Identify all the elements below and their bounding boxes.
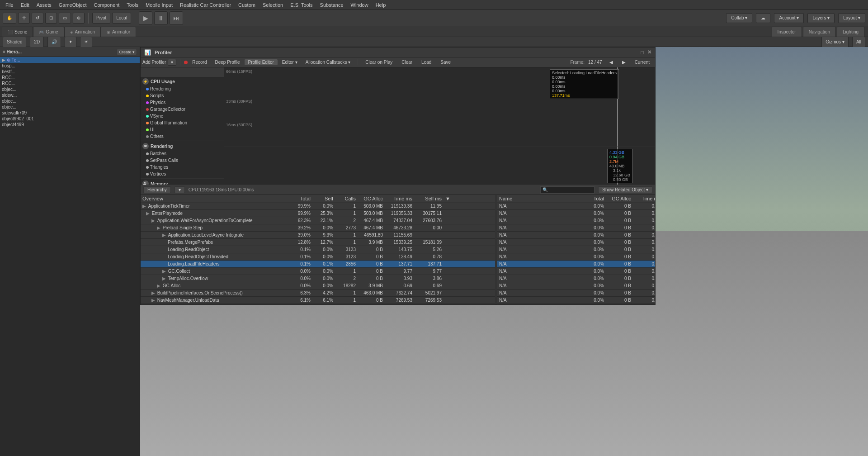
table-row[interactable]: Prefabs.MergePrefabs 12.8% 12.7% 1 3.9 M… (141, 239, 495, 246)
section-scripts[interactable]: Scripts (141, 92, 224, 99)
menu-assets[interactable]: Assets (33, 1, 55, 9)
right-table-row[interactable]: N/A 0.0% 0 B 0.18 (497, 246, 655, 253)
transform-tool-button[interactable]: ⊕ (73, 13, 85, 24)
memory-graph[interactable]: 4.33 GB 0.94 GB 2.7M 43.0 MB 3.1k 12.68 … (224, 147, 655, 185)
right-table-row[interactable]: N/A 0.0% 0 B 0.15 (497, 261, 655, 268)
scale-tool-button[interactable]: ⊡ (45, 13, 57, 24)
section-rendering[interactable]: Rendering (141, 86, 224, 92)
save-button[interactable]: Save (437, 59, 454, 65)
allocation-button[interactable]: Allocation Callstacks ▾ (302, 59, 354, 65)
right-table-row[interactable]: N/A 0.0% 0 B 0.18 (497, 232, 655, 239)
table-row[interactable]: Loading.ReadObjectThreaded 0.1% 0.0% 312… (141, 253, 495, 261)
editor-dropdown[interactable]: Editor ▾ (278, 59, 301, 65)
cpu-usage-section[interactable]: ⚡ CPU Usage (141, 77, 224, 86)
related-object-button[interactable]: Show Related Object ▾ (598, 186, 652, 193)
hierarchy-arrow[interactable]: ▾ (175, 186, 185, 193)
hierarchy-item-hosp[interactable]: hosp... (0, 63, 140, 69)
right-table-row[interactable]: N/A 0.0% 0 B 0.16 (497, 253, 655, 261)
section-others[interactable]: Others (141, 133, 224, 140)
step-button[interactable]: ⏭ (170, 11, 183, 25)
menu-es-tools[interactable]: E.S. Tools (287, 1, 316, 9)
layers-button[interactable]: Layers ▾ (807, 13, 835, 23)
menu-tools[interactable]: Tools (123, 1, 142, 9)
section-vsync[interactable]: VSync (141, 113, 224, 119)
all-button[interactable]: All (852, 37, 865, 48)
rendering-section[interactable]: 👁 Rendering (141, 142, 224, 150)
menu-custom[interactable]: Custom (235, 1, 259, 9)
menu-selection[interactable]: Selection (259, 1, 287, 9)
right-table-row[interactable]: N/A 0.0% 0 B 0.19 (497, 224, 655, 232)
tab-lighting[interactable]: Lighting (837, 27, 864, 37)
tab-animation[interactable]: ◈ Animation (64, 27, 101, 37)
audio-button[interactable]: 🔊 (47, 37, 61, 48)
pause-button[interactable]: ⏸ (154, 11, 168, 25)
section-gi[interactable]: Global Illumination (141, 119, 224, 126)
collab-button[interactable]: Collab ▾ (726, 13, 752, 23)
hierarchy-item-obj9902[interactable]: object9902_001 (0, 116, 140, 122)
menu-mobile-input[interactable]: Mobile Input (142, 1, 176, 9)
profiler-close[interactable]: ✕ (647, 49, 651, 55)
clear-button[interactable]: Clear (398, 59, 416, 65)
table-row[interactable]: ▶ BuildPipelineInterfaces.OnSceneProcess… (141, 290, 495, 297)
hierarchy-item-bestf[interactable]: bestf... (0, 69, 140, 75)
cpu-graph[interactable]: 66ms (15FPS) 33ms (30FPS) 16ms (60FPS) (224, 67, 655, 147)
rotate-tool-button[interactable]: ↺ (32, 13, 43, 24)
section-vertices[interactable]: Vertices (141, 171, 224, 177)
hierarchy-item-obj4499[interactable]: object4499 (0, 122, 140, 128)
hierarchy-item-rcc2[interactable]: RCC... (0, 81, 140, 86)
shading-dropdown[interactable]: Shaded (3, 37, 26, 48)
profile-editor-button[interactable]: Profile Editor (245, 59, 278, 65)
load-button[interactable]: Load (418, 59, 435, 65)
section-gc[interactable]: GarbageCollector (141, 106, 224, 113)
cloud-button[interactable]: ☁ (756, 13, 770, 23)
current-button[interactable]: Current (631, 59, 653, 65)
hierarchy-item-rcc1[interactable]: RCC... (0, 75, 140, 81)
right-table-row[interactable]: N/A 0.0% 0 B 0.15 (497, 282, 655, 290)
table-row[interactable]: ▶ Application.WaitForAsyncOperationToCom… (141, 217, 495, 224)
tab-game[interactable]: 🎮 Game (33, 27, 64, 37)
table-row[interactable]: Loading.LoadFileHeaders 0.1% 0.1% 2856 0… (141, 261, 495, 268)
table-row[interactable]: ▶ NavMeshManager.UnloadData 6.1% 6.1% 1 … (141, 297, 495, 304)
right-table-row[interactable]: N/A 0.0% 0 B 0.21 (497, 203, 655, 210)
hierarchy-item-test[interactable]: ▶ ⊕ Te... (0, 57, 140, 63)
deep-profile-button[interactable]: Deep Profile (212, 59, 244, 65)
tab-navigation[interactable]: Navigation (803, 27, 836, 37)
profiler-search[interactable] (540, 186, 594, 194)
play-button[interactable]: ▶ (139, 11, 152, 25)
table-row[interactable]: ▶ GC.Collect 0.0% 0.0% 1 0 B 9.77 9.77 (141, 268, 495, 275)
menu-substance[interactable]: Substance (316, 1, 347, 9)
menu-car-controller[interactable]: Realistic Car Controller (176, 1, 235, 9)
menu-gameobject[interactable]: GameObject (55, 1, 90, 9)
layout-button[interactable]: Layout ▾ (838, 13, 865, 23)
hierarchy-item-obj1[interactable]: objec... (0, 86, 140, 92)
menu-edit[interactable]: Edit (17, 1, 33, 9)
menu-help[interactable]: Help (372, 1, 390, 9)
right-table-row[interactable]: N/A 0.0% 0 B 0.15 (497, 268, 655, 275)
table-row[interactable]: ▶ GC.Alloc 0.0% 0.0% 18282 3.9 MB 0.69 0… (141, 282, 495, 290)
2d-button[interactable]: 2D (30, 37, 44, 48)
clear-on-play-button[interactable]: Clear on Play (362, 59, 396, 65)
section-physics[interactable]: Physics (141, 99, 224, 106)
right-table-row[interactable]: N/A 0.0% 0 B 0.19 (497, 217, 655, 224)
section-triangles[interactable]: Triangles (141, 164, 224, 171)
profiler-maximize[interactable]: □ (641, 50, 644, 55)
section-ui[interactable]: UI (141, 126, 224, 133)
tab-inspector[interactable]: Inspector (772, 27, 802, 37)
fx-button[interactable]: ✦ (65, 37, 76, 48)
next-frame-button[interactable]: ▶ (618, 59, 629, 65)
table-row[interactable]: ▶ Preload Single Step 39.2% 0.0% 2773 46… (141, 224, 495, 232)
right-table-row[interactable]: N/A 0.0% 0 B 0.20 (497, 210, 655, 217)
menu-file[interactable]: File (2, 1, 17, 9)
hierarchy-item-obj2[interactable]: objec... (0, 98, 140, 104)
account-button[interactable]: Account ▾ (774, 13, 804, 23)
create-button[interactable]: Create ▾ (117, 49, 137, 55)
right-table-row[interactable]: N/A 0.0% 0 B 0.18 (497, 239, 655, 246)
table-row[interactable]: Loading.ReadObject 0.1% 0.0% 3123 0 B 14… (141, 246, 495, 253)
right-table-row[interactable]: N/A 0.0% 0 B 0.15 (497, 290, 655, 297)
scene-light-button[interactable]: ☀ (80, 37, 92, 48)
hierarchy-mode-button[interactable]: Hierarchy (143, 186, 171, 193)
hierarchy-item-side1[interactable]: sidew... (0, 92, 140, 98)
gizmos-button[interactable]: Gizmos ▾ (821, 37, 849, 48)
section-setpass[interactable]: SetPass Calls (141, 157, 224, 164)
table-row[interactable]: ▶ TempAlloc.Overflow 0.0% 0.0% 2 0 B 3.9… (141, 275, 495, 282)
